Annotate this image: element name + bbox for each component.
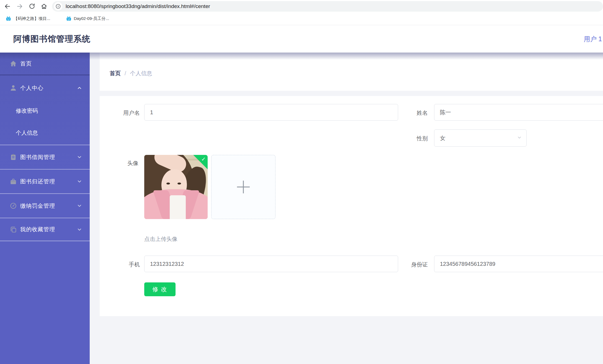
gender-label: 性别 xyxy=(400,135,428,142)
app-header: 阿博图书馆管理系统 用户 1 xyxy=(0,25,603,53)
chevron-down-icon xyxy=(76,154,83,160)
bilibili-tv-icon xyxy=(66,16,72,22)
screen: localhost:8080/springboot33dng/admin/dis… xyxy=(0,0,603,364)
url-bar[interactable]: localhost:8080/springboot33dng/admin/dis… xyxy=(52,1,603,12)
sidebar-item-label: 图书借阅管理 xyxy=(20,154,55,161)
sidebar-item-my-favorites[interactable]: 我的收藏管理 xyxy=(0,218,90,241)
gender-select[interactable]: 女 xyxy=(434,129,527,147)
phone-input[interactable] xyxy=(144,256,398,272)
clipboard-icon xyxy=(9,154,17,161)
bilibili-tv-icon xyxy=(6,16,11,22)
chevron-down-icon xyxy=(517,135,522,141)
gauge-icon xyxy=(9,202,17,210)
avatar-image[interactable]: ✓ xyxy=(144,155,208,219)
sidebar-item-personal-info[interactable]: 个人信息 xyxy=(0,121,90,145)
bookmark-label: Day02-09-员工分... xyxy=(74,16,109,21)
phone-label: 手机 xyxy=(111,261,140,268)
info-icon[interactable] xyxy=(54,2,62,11)
bookmark-item[interactable]: Day02-09-员工分... xyxy=(64,14,112,23)
breadcrumb: 首页 / 个人信息 xyxy=(110,70,152,77)
avatar-label: 头像 xyxy=(111,160,138,167)
sidebar-item-change-password[interactable]: 修改密码 xyxy=(0,100,90,121)
username-label: 用户名 xyxy=(111,109,140,117)
username-input[interactable] xyxy=(144,104,398,121)
chevron-down-icon xyxy=(76,227,83,233)
home-button-icon[interactable] xyxy=(39,2,49,11)
briefcase-icon xyxy=(9,178,17,185)
breadcrumb-home-link[interactable]: 首页 xyxy=(110,70,121,77)
personal-info-form: 用户名 姓名 性别 女 头像 xyxy=(100,96,603,316)
bookmark-item[interactable]: 【码神之路】项目... xyxy=(3,14,53,23)
breadcrumb-current: 个人信息 xyxy=(130,70,152,77)
avatar-upload-dropzone[interactable] xyxy=(211,155,275,219)
sidebar-item-label: 缴纳罚金管理 xyxy=(20,202,55,210)
sidebar: 首页 个人中心 修改密码 个人信息 图书借阅管理 xyxy=(0,53,90,364)
copy-icon xyxy=(9,226,17,233)
sidebar-item-label: 修改密码 xyxy=(16,107,38,115)
sidebar-item-label: 图书归还管理 xyxy=(20,178,55,185)
sidebar-item-label: 个人信息 xyxy=(16,129,38,137)
browser-toolbar: localhost:8080/springboot33dng/admin/dis… xyxy=(0,0,603,12)
bookmark-label: 【码神之路】项目... xyxy=(14,16,50,21)
forward-icon[interactable] xyxy=(15,2,24,11)
user-menu[interactable]: 用户 1 xyxy=(584,35,602,43)
upload-hint-link[interactable]: 点击上传头像 xyxy=(144,235,177,243)
chevron-down-icon xyxy=(76,203,83,209)
sidebar-item-book-borrow[interactable]: 图书借阅管理 xyxy=(0,145,90,169)
check-icon: ✓ xyxy=(201,156,206,162)
bookmarks-bar: 【码神之路】项目... Day02-09-员工分... xyxy=(0,12,603,25)
name-label: 姓名 xyxy=(400,109,428,117)
chevron-down-icon xyxy=(76,178,83,184)
sidebar-item-label: 我的收藏管理 xyxy=(20,226,55,233)
home-icon xyxy=(9,60,17,67)
sidebar-item-label: 首页 xyxy=(20,60,32,67)
reload-icon[interactable] xyxy=(27,2,37,11)
page-title: 阿博图书馆管理系统 xyxy=(13,33,91,45)
idcard-label: 身份证 xyxy=(400,261,428,268)
breadcrumb-separator: / xyxy=(125,70,126,77)
back-icon[interactable] xyxy=(3,2,12,11)
gender-select-value: 女 xyxy=(440,134,445,142)
sidebar-item-book-return[interactable]: 图书归还管理 xyxy=(0,169,90,193)
chevron-up-icon xyxy=(76,85,83,91)
sidebar-item-label: 个人中心 xyxy=(20,84,43,92)
breadcrumb-card: 首页 / 个人信息 xyxy=(100,53,603,91)
user-icon xyxy=(9,84,17,92)
sidebar-item-personal-center[interactable]: 个人中心 xyxy=(0,76,90,100)
sidebar-item-fine-payment[interactable]: 缴纳罚金管理 xyxy=(0,193,90,218)
name-input[interactable] xyxy=(434,104,603,121)
idcard-input[interactable] xyxy=(434,256,603,272)
sidebar-item-home[interactable]: 首页 xyxy=(0,53,90,75)
url-text[interactable]: localhost:8080/springboot33dng/admin/dis… xyxy=(66,3,210,9)
modify-button[interactable]: 修 改 xyxy=(144,282,176,296)
